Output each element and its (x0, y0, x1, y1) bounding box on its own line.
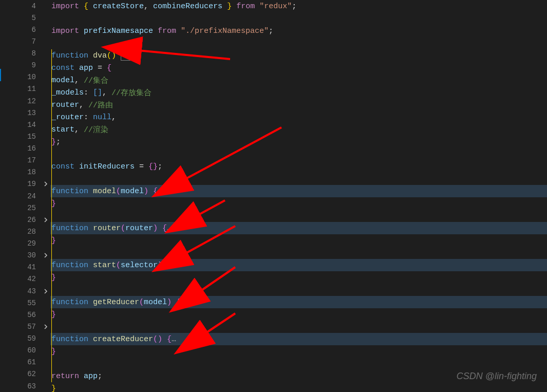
code-line[interactable]: router, //路由 (50, 99, 547, 111)
code-line[interactable]: import prefixNamesapce from "./prefixNam… (50, 25, 547, 37)
gutter-row: 42 (10, 273, 50, 285)
line-number: 25 (21, 204, 41, 212)
code-line[interactable] (50, 358, 547, 370)
line-number: 4 (21, 2, 41, 10)
line-number: 5 (21, 14, 41, 22)
gutter-row: 6 (10, 24, 50, 35)
code-line[interactable]: const app = { (50, 62, 547, 74)
code-line[interactable]: function dva() { (50, 49, 547, 62)
code-line[interactable] (50, 210, 547, 222)
gutter-row: 25 (10, 202, 50, 214)
line-number: 15 (21, 133, 41, 141)
line-number: 55 (21, 299, 41, 307)
line-number: 12 (21, 97, 41, 105)
gutter-row: 26 (10, 214, 50, 226)
activity-marker (0, 69, 1, 81)
fold-icon[interactable] (41, 287, 50, 296)
gutter-row: 15 (10, 130, 50, 142)
gutter-row: 11 (10, 83, 50, 95)
gutter-row: 41 (10, 262, 50, 273)
line-number: 6 (21, 26, 41, 34)
gutter-row: 62 (10, 368, 50, 380)
code-line[interactable]: } (50, 271, 547, 284)
code-line[interactable]: } (50, 197, 547, 210)
line-number: 16 (21, 144, 41, 153)
line-number: 57 (21, 323, 41, 331)
gutter-row: 12 (10, 95, 50, 107)
scope-guide (51, 49, 52, 382)
gutter-row: 18 (10, 166, 50, 178)
gutter-row: 55 (10, 297, 50, 309)
editor-container: 4567891011121314151617181924252628293041… (0, 0, 547, 392)
code-line[interactable]: function getReducer(model) {… (50, 296, 547, 308)
gutter-row: 28 (10, 226, 50, 237)
fold-icon[interactable] (41, 179, 50, 189)
code-line[interactable] (50, 12, 547, 25)
code-line[interactable]: function model(model) {… (50, 185, 547, 197)
line-number: 43 (21, 287, 41, 295)
gutter-row: 14 (10, 119, 50, 130)
code-line[interactable]: function createReducer() {… (50, 333, 547, 345)
code-line[interactable]: } (50, 345, 547, 358)
gutter-row: 9 (10, 60, 50, 71)
line-number: 7 (21, 38, 41, 46)
code-line[interactable]: }; (50, 136, 547, 148)
code-line[interactable]: start, //渲染 (50, 123, 547, 136)
code-line[interactable]: import { createStore, combineReducers } … (50, 0, 547, 12)
line-number: 63 (21, 382, 41, 390)
line-number: 26 (21, 216, 41, 224)
watermark: CSDN @lin-fighting (457, 371, 537, 382)
code-line[interactable]: } (50, 234, 547, 247)
code-line[interactable]: const initReducers = {}; (50, 160, 547, 173)
code-line[interactable] (50, 37, 547, 49)
gutter-row: 8 (10, 48, 50, 60)
gutter-row: 63 (10, 380, 50, 392)
line-number: 60 (21, 346, 41, 354)
code-area[interactable]: import { createStore, combineReducers } … (50, 0, 547, 392)
code-line[interactable]: model, //集合 (50, 74, 547, 86)
gutter-row: 43 (10, 285, 50, 297)
fold-icon[interactable] (41, 251, 50, 260)
gutter-row: 7 (10, 35, 50, 47)
gutter-row: 13 (10, 107, 50, 119)
gutter-row: 60 (10, 345, 50, 357)
line-number: 56 (21, 311, 41, 319)
fold-icon[interactable] (41, 215, 50, 225)
line-number: 61 (21, 358, 41, 366)
gutter-row: 29 (10, 238, 50, 250)
code-line[interactable] (50, 148, 547, 160)
code-line[interactable] (50, 284, 547, 296)
gutter-row: 24 (10, 190, 50, 202)
line-number: 42 (21, 275, 41, 283)
line-number: 8 (21, 49, 41, 58)
code-line[interactable] (50, 321, 547, 333)
code-line[interactable] (50, 173, 547, 185)
line-number: 41 (21, 263, 41, 271)
line-number: 62 (21, 370, 41, 378)
line-number: 28 (21, 228, 41, 236)
fold-icon[interactable] (41, 322, 50, 331)
code-line[interactable] (50, 247, 547, 259)
line-number: 29 (21, 239, 41, 248)
code-line[interactable]: function router(router) {… (50, 222, 547, 234)
gutter-row: 61 (10, 357, 50, 368)
gutter-row: 19 (10, 178, 50, 190)
gutter-row: 56 (10, 309, 50, 321)
gutter-row: 16 (10, 143, 50, 155)
line-number: 17 (21, 156, 41, 164)
line-number: 14 (21, 121, 41, 129)
gutter-row: 57 (10, 321, 50, 332)
line-number: 9 (21, 61, 41, 69)
gutter-row: 30 (10, 250, 50, 262)
gutter-row: 17 (10, 155, 50, 166)
line-number: 10 (21, 73, 41, 81)
gutter-row: 10 (10, 71, 50, 83)
code-line[interactable]: _models: [], //存放集合 (50, 86, 547, 99)
code-line[interactable]: _router: null, (50, 111, 547, 123)
gutter-row: 4 (10, 0, 50, 12)
code-line[interactable]: function start(selector) { … (50, 259, 547, 271)
line-number: 30 (21, 251, 41, 259)
code-line[interactable]: } (50, 308, 547, 321)
gutter: 4567891011121314151617181924252628293041… (10, 0, 50, 392)
code-line[interactable]: } (50, 382, 547, 392)
